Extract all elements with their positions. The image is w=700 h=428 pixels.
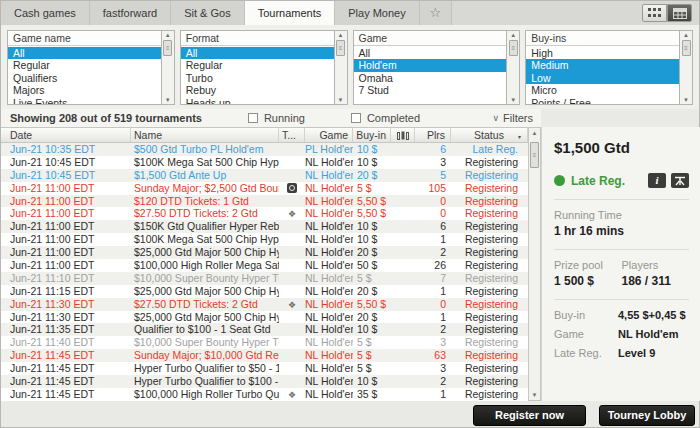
cell-chips bbox=[391, 336, 415, 349]
filter-scrollbar[interactable]: ▲≡▼ bbox=[162, 30, 175, 105]
table-row[interactable]: Jun-21 10:45 EDT $1,500 Gtd Ante Up ❖ NL… bbox=[1, 169, 528, 182]
table-row[interactable]: Jun-21 11:30 EDT $25,000 Gtd Major 500 C… bbox=[1, 311, 528, 324]
running-checkbox[interactable]: Running bbox=[248, 112, 305, 124]
cell-chips bbox=[391, 233, 415, 246]
col-header-name[interactable]: Name bbox=[131, 128, 279, 142]
structure-icon[interactable] bbox=[671, 173, 689, 188]
cell-status: Registering bbox=[451, 246, 528, 259]
table-row[interactable]: Jun-21 10:35 EDT $500 Gtd Turbo PL Hold'… bbox=[1, 143, 528, 156]
filter-option[interactable]: Omaha bbox=[354, 72, 507, 84]
filter-option[interactable]: Medium bbox=[526, 59, 679, 71]
scrollbar-thumb[interactable]: ≡ bbox=[530, 142, 539, 168]
completed-checkbox-box[interactable] bbox=[351, 113, 361, 123]
filter-option[interactable]: Majors bbox=[8, 84, 161, 96]
scroll-up-icon[interactable]: ▲ bbox=[532, 130, 538, 136]
table-row[interactable]: Jun-21 11:00 EDT $150K Gtd Qualifier Hyp… bbox=[1, 220, 528, 233]
table-row[interactable]: Jun-21 11:00 EDT Sunday Major; $2,500 Gt… bbox=[1, 182, 528, 195]
filter-option[interactable]: All bbox=[8, 47, 161, 59]
table-row[interactable]: Jun-21 11:00 EDT $120 DTD Tickets: 1 Gtd… bbox=[1, 195, 528, 208]
cell-plrs: 26 bbox=[415, 259, 451, 272]
col-header-status[interactable]: Status ▾ bbox=[451, 128, 528, 142]
cell-date: Jun-21 11:00 EDT bbox=[1, 259, 131, 272]
cell-date: Jun-21 11:00 EDT bbox=[1, 246, 131, 259]
table-row[interactable]: Jun-21 11:15 EDT $25,000 Gtd Major 500 C… bbox=[1, 285, 528, 298]
filter-option[interactable]: Live Events bbox=[8, 97, 161, 104]
tab-sit-and-gos[interactable]: Sit & Gos bbox=[171, 1, 244, 25]
filters-toggle[interactable]: ∨ Filters bbox=[492, 112, 533, 124]
filter-option[interactable]: All bbox=[181, 47, 334, 59]
filter-option[interactable]: High bbox=[526, 47, 679, 59]
cell-date: Jun-21 11:00 EDT bbox=[1, 182, 131, 195]
table-row[interactable]: Jun-21 11:10 EDT $10,000 Super Bounty Hy… bbox=[1, 272, 528, 285]
col-header-status-label: Status bbox=[474, 129, 504, 141]
filter-scrollbar[interactable]: ▲≡▼ bbox=[507, 30, 520, 105]
tourney-lobby-button[interactable]: Tourney Lobby bbox=[599, 405, 695, 426]
filter-scrollbar[interactable]: ▲≡▼ bbox=[680, 30, 693, 105]
tab-fastforward[interactable]: fastforward bbox=[90, 1, 171, 25]
tickets-icon: ❖ bbox=[288, 300, 296, 310]
filter-option[interactable]: Micro bbox=[526, 84, 679, 96]
cell-date: Jun-21 11:00 EDT bbox=[1, 220, 131, 233]
filters-toggle-label: Filters bbox=[503, 112, 533, 124]
cell-plrs: 2 bbox=[415, 375, 451, 388]
col-header-chips[interactable] bbox=[391, 128, 415, 142]
table-row[interactable]: Jun-21 11:35 EDT Qualifier to $100 - 1 S… bbox=[1, 323, 528, 336]
filter-header-game: Game bbox=[354, 31, 507, 46]
completed-checkbox[interactable]: Completed bbox=[351, 112, 420, 124]
table-scrollbar[interactable]: ▲ ≡ ▼ bbox=[528, 127, 541, 401]
table-row[interactable]: Jun-21 11:45 EDT $100,000 High Roller Tu… bbox=[1, 388, 528, 401]
cell-plrs: 3 bbox=[415, 336, 451, 349]
col-header-date[interactable]: Date bbox=[1, 128, 131, 142]
filter-option[interactable]: Qualifiers bbox=[8, 72, 161, 84]
cell-name: Hyper Turbo Qualifier to $100 - 1 Sea... bbox=[131, 375, 279, 388]
filter-option[interactable]: Heads up bbox=[181, 97, 334, 104]
game-value: NL Hold'em bbox=[618, 328, 678, 340]
cell-date: Jun-21 11:30 EDT bbox=[1, 298, 131, 311]
table-row[interactable]: Jun-21 11:30 EDT $27.50 DTD Tickets: 2 G… bbox=[1, 298, 528, 311]
running-checkbox-box[interactable] bbox=[248, 113, 258, 123]
info-icon[interactable]: i bbox=[648, 173, 666, 188]
col-header-game[interactable]: Game bbox=[305, 128, 353, 142]
cell-buyin: 5 $ bbox=[353, 336, 391, 349]
tab-tournaments[interactable]: Tournaments bbox=[245, 1, 336, 25]
col-header-buyin[interactable]: Buy-in bbox=[353, 128, 391, 142]
table-row[interactable]: Jun-21 11:00 EDT $100,000 High Roller Me… bbox=[1, 259, 528, 272]
table-row[interactable]: Jun-21 11:45 EDT Hyper Turbo Qualifier t… bbox=[1, 375, 528, 388]
filter-list-buyins: HighMediumLowMicroPoints / Free bbox=[526, 46, 679, 104]
filter-option[interactable]: Regular bbox=[181, 59, 334, 71]
grid-glyph bbox=[648, 8, 661, 18]
grid-view-icon[interactable] bbox=[642, 4, 667, 22]
cell-chips bbox=[391, 207, 415, 220]
col-header-t[interactable]: T... bbox=[279, 128, 305, 142]
cell-chips bbox=[391, 311, 415, 324]
filter-option[interactable]: Turbo bbox=[181, 72, 334, 84]
cell-plrs: 2 bbox=[415, 323, 451, 336]
tab-cash-games[interactable]: Cash games bbox=[1, 1, 90, 25]
filter-option[interactable]: 7 Stud bbox=[354, 84, 507, 96]
cell-ticket-icon: ❖ bbox=[279, 182, 305, 195]
scroll-down-icon[interactable]: ▼ bbox=[532, 392, 538, 398]
list-view-icon[interactable] bbox=[667, 4, 692, 22]
table-row[interactable]: Jun-21 11:45 EDT Hyper Turbo Qualifier t… bbox=[1, 362, 528, 375]
filter-option[interactable]: Regular bbox=[8, 59, 161, 71]
cell-game: NL Hold'em bbox=[305, 182, 353, 195]
cell-chips bbox=[391, 143, 415, 156]
tab-play-money[interactable]: Play Money bbox=[335, 1, 419, 25]
cell-ticket-icon: ❖ bbox=[279, 362, 305, 375]
favorites-star-icon[interactable]: ☆ bbox=[420, 1, 452, 25]
filter-option[interactable]: Hold'em bbox=[354, 59, 507, 71]
col-header-plrs[interactable]: Plrs bbox=[415, 128, 451, 142]
filter-option[interactable]: Rebuy bbox=[181, 84, 334, 96]
table-row[interactable]: Jun-21 11:45 EDT Sunday Major; $10,000 G… bbox=[1, 349, 528, 362]
filter-scrollbar[interactable]: ▲≡▼ bbox=[335, 30, 348, 105]
filter-option[interactable]: Low bbox=[526, 72, 679, 84]
table-row[interactable]: Jun-21 11:00 EDT $27.50 DTD Tickets: 2 G… bbox=[1, 207, 528, 220]
filter-option[interactable]: All bbox=[354, 47, 507, 59]
table-row[interactable]: Jun-21 11:40 EDT $10,000 Super Bounty Hy… bbox=[1, 336, 528, 349]
table-row[interactable]: Jun-21 11:00 EDT $100K Mega Sat 500 Chip… bbox=[1, 233, 528, 246]
register-now-button[interactable]: Register now bbox=[473, 405, 586, 426]
cell-status: Registering bbox=[451, 298, 528, 311]
table-row[interactable]: Jun-21 10:45 EDT $100K Mega Sat 500 Chip… bbox=[1, 156, 528, 169]
filter-option[interactable]: Points / Free bbox=[526, 97, 679, 104]
table-row[interactable]: Jun-21 11:00 EDT $25,000 Gtd Major 500 C… bbox=[1, 246, 528, 259]
